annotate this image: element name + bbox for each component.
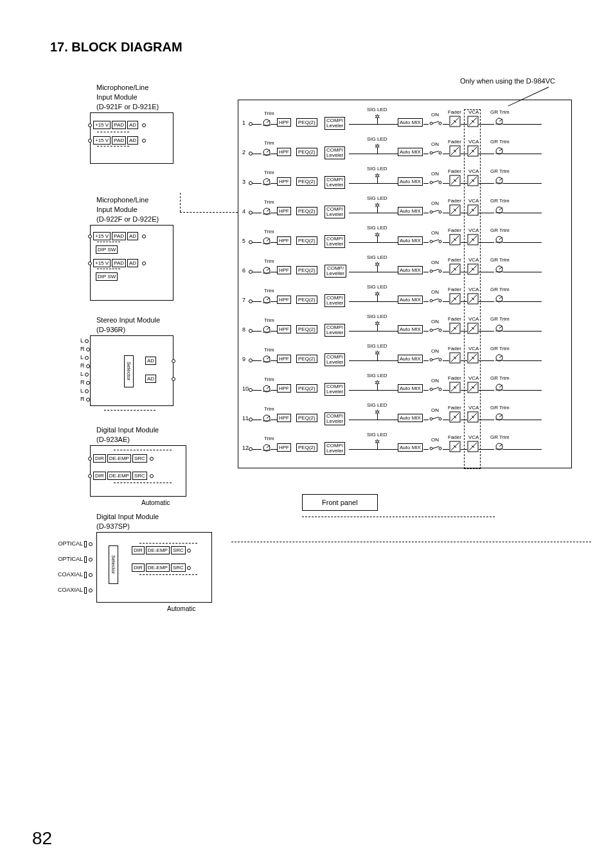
port-dot — [89, 558, 93, 562]
fader-icon — [449, 145, 461, 157]
peq-box: PEQ(2) — [296, 236, 317, 245]
left-modules-column: Microphone/Line Input Module (D-921F or … — [58, 84, 225, 612]
port-dot — [86, 381, 90, 385]
dig2-dir: DIR — [132, 546, 145, 554]
dig2-coax1: COAXIAL — [58, 571, 83, 578]
automix-box: Auto MIX — [398, 414, 423, 422]
trim-knob-icon — [262, 266, 272, 275]
svg-point-48 — [430, 211, 432, 213]
automix-box: Auto MIX — [398, 236, 423, 245]
fader-label: Fader — [448, 227, 461, 233]
fp-dash — [302, 517, 495, 517]
trim-knob-icon — [262, 118, 272, 127]
svg-line-95 — [432, 299, 439, 301]
signal-line — [479, 390, 494, 391]
mic2-label3: (D-922F or D-922E) — [96, 215, 225, 223]
on-switch-icon — [429, 328, 443, 333]
stereo-L3: L — [80, 371, 84, 377]
signal-line — [423, 360, 429, 361]
channel-number: 8 — [242, 326, 245, 333]
svg-line-35 — [432, 181, 439, 182]
svg-point-154 — [439, 418, 441, 420]
dig1-auto: Automatic — [141, 499, 225, 506]
fader-label: Fader — [448, 139, 461, 145]
comp-box: COMP/Leveler — [324, 383, 345, 396]
channel-row: 6 Trim HPF PEQ(2) COMP/Leveller SIG LED … — [238, 254, 565, 284]
signal-line — [443, 449, 449, 450]
signal-line — [423, 242, 429, 243]
signal-line — [479, 124, 494, 125]
signal-line — [443, 272, 449, 272]
stereo-R4: R — [80, 396, 85, 402]
mic1-box: +15 V PAD AD +15 V PAD AD — [90, 112, 173, 164]
signal-line — [253, 213, 262, 213]
on-label: ON — [431, 141, 439, 147]
fader-label: Fader — [448, 346, 461, 351]
stereo-R: R — [80, 346, 85, 352]
svg-line-170 — [432, 447, 439, 448]
grtrim-label: GR Trim — [490, 109, 510, 115]
signal-line — [423, 449, 429, 450]
grtrim-label: GR Trim — [490, 227, 510, 233]
hpf-box: HPF — [277, 414, 291, 422]
hpf-box: HPF — [277, 148, 291, 156]
signal-line — [253, 449, 262, 450]
fader-icon — [449, 352, 461, 364]
hpf-box: HPF — [277, 177, 291, 186]
mic1-ad: AD — [127, 121, 138, 129]
mic1-15v-2: +15 V — [93, 136, 111, 145]
trim-label: Trim — [264, 111, 274, 116]
svg-point-33 — [430, 181, 432, 184]
sigled-label: SIG LED — [367, 225, 387, 231]
signal-line — [349, 331, 398, 332]
mic1-15v: +15 V — [93, 121, 111, 129]
signal-line — [479, 272, 494, 272]
on-label: ON — [431, 200, 439, 206]
on-switch-icon — [429, 209, 443, 215]
hpf-box: HPF — [277, 118, 291, 127]
signal-line — [479, 449, 494, 450]
on-label: ON — [431, 289, 439, 295]
dig1-label2: (D-923AE) — [96, 436, 225, 443]
signal-line — [349, 301, 398, 302]
port-dot — [85, 339, 89, 343]
port-dot — [187, 549, 191, 553]
signal-line — [349, 272, 398, 272]
trim-knob-icon — [262, 148, 272, 157]
comp-box: COMP/Leveler — [324, 117, 345, 130]
stereo-ad2: AD — [145, 375, 156, 383]
svg-point-49 — [439, 211, 441, 213]
channel-number: 7 — [242, 297, 245, 303]
grtrim-label: GR Trim — [490, 139, 510, 145]
comp-box: COMP/Leveler — [324, 146, 345, 159]
port-dot — [187, 566, 191, 570]
signal-line — [253, 390, 262, 391]
trim-label: Trim — [264, 288, 274, 294]
svg-line-155 — [432, 417, 439, 419]
signal-line — [271, 242, 277, 243]
on-switch-icon — [429, 298, 443, 303]
trim-knob-icon — [262, 384, 272, 393]
peq-box: PEQ(2) — [296, 414, 317, 422]
svg-point-168 — [430, 447, 432, 450]
fader-icon — [449, 382, 461, 393]
fader-label: Fader — [448, 375, 461, 381]
signal-line — [479, 213, 494, 213]
on-switch-icon — [429, 387, 443, 392]
peq-box: PEQ(2) — [296, 266, 317, 274]
sigled-label: SIG LED — [367, 195, 387, 201]
comp-box: COMP/Leveler — [324, 206, 345, 218]
fader-icon — [449, 175, 461, 186]
mic1-pad: PAD — [112, 121, 126, 129]
trim-knob-icon — [262, 177, 272, 186]
channel-number: 12 — [242, 445, 249, 451]
signal-line — [271, 154, 277, 154]
front-panel-box: Front panel — [302, 494, 378, 511]
dig2-dir-2: DIR — [132, 563, 145, 572]
peq-box: PEQ(2) — [296, 296, 317, 304]
signal-line — [423, 124, 429, 125]
dig2-auto: Automatic — [167, 605, 225, 612]
trim-knob-icon — [262, 236, 272, 245]
signal-line — [503, 449, 542, 450]
on-switch-icon — [429, 446, 443, 451]
